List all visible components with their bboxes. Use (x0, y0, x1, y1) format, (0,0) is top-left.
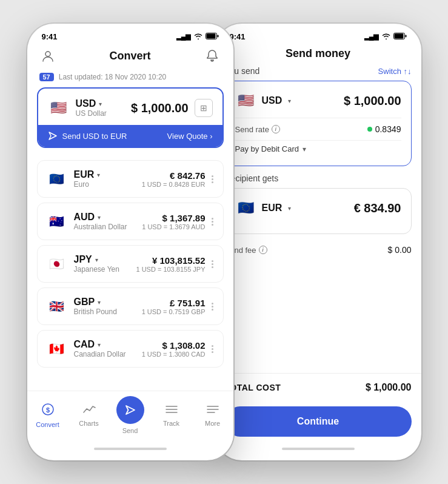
usd-flag: 🇺🇸 (48, 97, 70, 119)
send-label: Send USD to EUR (62, 132, 127, 141)
svg-text:$: $ (45, 406, 49, 413)
cad-menu[interactable] (210, 344, 215, 354)
aud-rate: 1 USD = 1.3679 AUD (142, 223, 205, 230)
recipient-amount: € 834.90 (354, 201, 401, 215)
jpy-flag: 🇯🇵 (46, 253, 68, 275)
tab-track[interactable]: Track (156, 404, 187, 427)
list-item[interactable]: 🇪🇺 EUR ▾ Euro € 842.76 1 USD = 0. (37, 160, 224, 198)
jpy-code: JPY (74, 254, 92, 265)
tab-more-label: More (205, 420, 220, 427)
cad-flag: 🇨🇦 (46, 338, 68, 360)
tab-convert[interactable]: $ Convert (33, 403, 63, 428)
tab-send[interactable]: Send (115, 396, 145, 434)
gbp-rate: 1 USD = 0.7519 GBP (142, 308, 206, 315)
recipient-chevron: ▾ (288, 205, 291, 212)
svg-rect-1 (206, 34, 215, 39)
continue-button[interactable]: Continue (225, 406, 412, 437)
send-rate-value: 0.8349 (367, 124, 401, 134)
jpy-menu[interactable] (210, 259, 215, 269)
eur-code: EUR (74, 169, 95, 180)
battery-right (393, 33, 407, 41)
bell-icon[interactable] (204, 47, 221, 64)
more-icon (206, 404, 219, 418)
recipient-currency-row: 🇪🇺 EUR ▾ € 834.90 (235, 197, 401, 219)
list-item[interactable]: 🇬🇧 GBP ▾ British Pound £ 751.91 1 (37, 287, 224, 325)
left-nav-header: Convert (27, 45, 233, 70)
update-text: Last updated: 18 Nov 2020 10:20 (59, 73, 166, 81)
wifi-right (382, 33, 390, 41)
list-item[interactable]: 🇦🇺 AUD ▾ Australian Dollar $ 1,367.89 (37, 203, 224, 240)
rate-green-dot (367, 127, 372, 132)
right-nav-header: Send money (215, 45, 421, 66)
fee-value: $ 0.00 (388, 245, 412, 255)
time-right: 9:41 (230, 32, 246, 41)
send-button[interactable] (116, 396, 144, 424)
aud-flag: 🇦🇺 (46, 210, 68, 232)
send-rate-label: Send rate i (235, 125, 280, 134)
jpy-name: Japanese Yen (74, 265, 119, 274)
main-amount: $ 1,000.00 (131, 101, 189, 115)
svg-rect-14 (405, 35, 406, 38)
recipient-card: 🇪🇺 EUR ▾ € 834.90 (225, 188, 412, 234)
switch-button[interactable]: Switch ↑↓ (378, 67, 412, 76)
main-currency-card: 🇺🇸 USD ▾ US Dollar $ 1,000.00 ⊞ (37, 87, 224, 148)
time-left: 9:41 (42, 32, 58, 41)
send-currency-selector[interactable]: 🇺🇸 USD ▾ (235, 90, 292, 112)
pay-method-chevron: ▾ (303, 145, 306, 153)
send-chevron: ▾ (288, 98, 291, 104)
main-currency-chevron: ▾ (99, 101, 102, 107)
cad-rate: 1 USD = 1.3080 CAD (142, 351, 206, 358)
page-title-convert: Convert (109, 50, 150, 62)
aud-code: AUD (74, 212, 95, 223)
gbp-amount: £ 751.91 (142, 298, 206, 308)
send-icon (48, 131, 58, 141)
view-quote-btn[interactable]: View Quote › (167, 132, 213, 141)
rate-info-icon[interactable]: i (272, 125, 280, 133)
recipient-label-row: Recipient gets (225, 173, 412, 183)
send-flag: 🇺🇸 (235, 90, 257, 112)
main-currency-code: USD (76, 98, 96, 109)
jpy-rate: 1 USD = 103.8155 JPY (136, 266, 205, 273)
main-currency-name: US Dollar (76, 109, 107, 118)
recipient-currency-selector[interactable]: 🇪🇺 EUR ▾ (235, 197, 292, 219)
eur-menu[interactable] (210, 174, 215, 184)
signal-right: ▂▄▆ (364, 33, 379, 41)
list-item[interactable]: 🇨🇦 CAD ▾ Canadian Dollar $ 1,308.02 (37, 330, 224, 368)
eur-flag: 🇪🇺 (46, 168, 68, 190)
send-section: You send Switch ↑↓ 🇺🇸 USD ▾ $ 1,000.00 (215, 66, 421, 373)
wifi-left (194, 33, 202, 41)
user-icon[interactable] (39, 47, 56, 64)
eur-rate: 1 USD = 0.8428 EUR (142, 181, 206, 188)
send-amount: $ 1,000.00 (344, 94, 401, 108)
svg-rect-2 (217, 35, 218, 38)
aud-name: Australian Dollar (74, 223, 127, 231)
tab-more[interactable]: More (198, 404, 228, 427)
status-bar-left: 9:41 ▂▄▆ (27, 24, 233, 45)
gbp-menu[interactable] (210, 301, 215, 312)
pay-method-row[interactable]: Pay by Debit Card ▾ (235, 140, 401, 157)
aud-menu[interactable] (210, 217, 215, 227)
home-indicator-left (27, 444, 233, 456)
calculator-icon[interactable]: ⊞ (195, 99, 213, 117)
currency-list: 🇪🇺 EUR ▾ Euro € 842.76 1 USD = 0. (27, 160, 233, 391)
tab-charts[interactable]: Charts (74, 404, 104, 427)
pay-method-text: Pay by Debit Card (235, 144, 299, 153)
track-icon (165, 404, 178, 418)
cad-amount: $ 1,308.02 (142, 340, 206, 351)
aud-amount: $ 1,367.89 (142, 213, 205, 223)
fee-info-icon[interactable]: i (259, 246, 267, 254)
tab-bar: $ Convert Charts Send (27, 391, 233, 444)
recipient-currency-code: EUR (262, 203, 283, 213)
list-item[interactable]: 🇯🇵 JPY ▾ Japanese Yen ¥ 103,815.52 (37, 245, 224, 283)
right-phone: 9:41 ▂▄▆ Send money You send Switc (215, 24, 421, 460)
cad-name: Canadian Dollar (74, 350, 126, 358)
send-bar[interactable]: Send USD to EUR View Quote › (38, 125, 222, 147)
send-rate-row: Send rate i 0.8349 (235, 118, 401, 138)
send-card: 🇺🇸 USD ▾ $ 1,000.00 Send rate i (225, 81, 412, 166)
gbp-name: British Pound (74, 308, 117, 316)
battery-left (206, 33, 219, 41)
total-cost-bar: TOTAL COST $ 1,000.00 (215, 373, 421, 402)
eur-name: Euro (74, 180, 101, 189)
main-currency-left[interactable]: 🇺🇸 USD ▾ US Dollar (48, 97, 107, 119)
cad-code: CAD (74, 339, 95, 350)
